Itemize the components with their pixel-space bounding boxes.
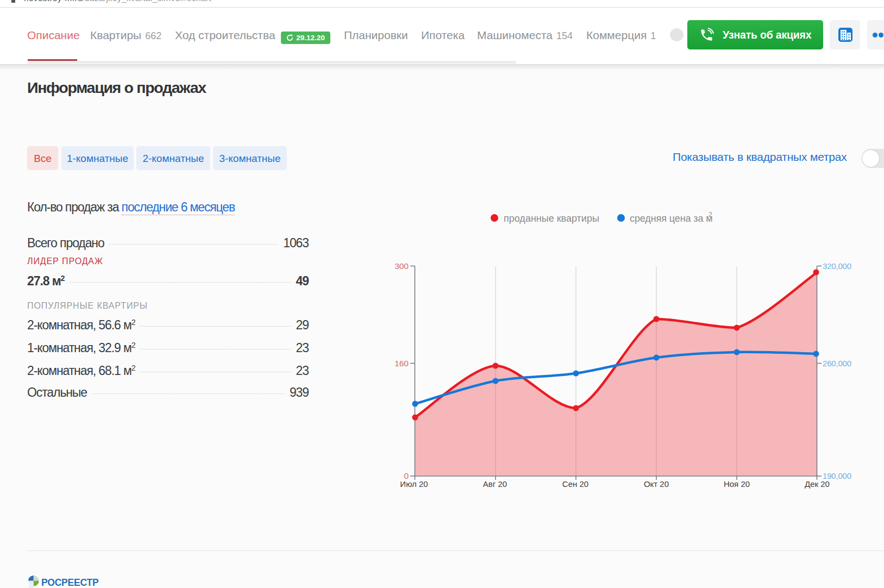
svg-text:2: 2 — [709, 211, 712, 218]
svg-text:Окт 20: Окт 20 — [644, 479, 669, 489]
svg-text:Сен 20: Сен 20 — [562, 479, 588, 489]
svg-text:Дек 20: Дек 20 — [805, 479, 830, 489]
svg-text:Авг 20: Авг 20 — [483, 479, 507, 489]
svg-text:Ноя 20: Ноя 20 — [724, 479, 750, 489]
svg-text:проданные квартиры: проданные квартиры — [504, 213, 599, 224]
svg-text:300: 300 — [394, 261, 409, 271]
svg-text:320,000: 320,000 — [823, 261, 851, 271]
svg-text:260,000: 260,000 — [823, 359, 851, 368]
svg-text:160: 160 — [394, 359, 409, 368]
svg-text:Июл 20: Июл 20 — [400, 479, 428, 489]
svg-text:средняя цена за м: средняя цена за м — [630, 213, 713, 224]
